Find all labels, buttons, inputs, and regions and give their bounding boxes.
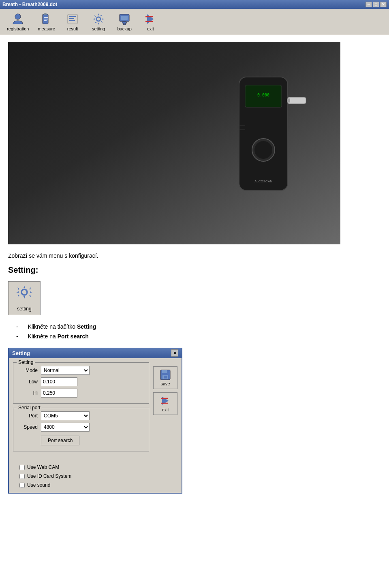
setting-icon-label: setting: [17, 306, 31, 312]
use-web-cam-row: Use Web CAM: [13, 463, 177, 472]
dialog-exit-label: exit: [162, 407, 169, 412]
svg-rect-22: [288, 97, 306, 104]
svg-text:0.000: 0.000: [257, 93, 269, 97]
title-bar: Breath - Breath2009.dot ─ □ ✕: [0, 0, 389, 9]
toolbar: registration measure result: [0, 9, 389, 35]
instruction-text-2: Klikněte na Port search: [28, 333, 89, 340]
registration-label: registration: [7, 26, 29, 31]
minimize-button[interactable]: ─: [365, 2, 372, 7]
device-illustration: 0.000 ALCOSCAN: [227, 65, 316, 220]
use-id-card-checkbox[interactable]: [19, 474, 25, 479]
port-label: Port: [17, 413, 38, 419]
main-content: 0.000 ALCOSCAN Zobrazí se vám menu s kon…: [0, 35, 389, 500]
setting-icon: [92, 13, 105, 26]
use-sound-checkbox[interactable]: [19, 483, 25, 488]
dialog-left-panel: Setting Mode Normal Advanced Low: [13, 362, 149, 455]
svg-point-26: [21, 289, 27, 295]
measure-label: measure: [38, 26, 55, 31]
svg-rect-12: [121, 16, 128, 20]
toolbar-backup-button[interactable]: backup: [112, 11, 137, 33]
dialog-exit-button[interactable]: exit: [153, 392, 177, 415]
exit-label: exit: [147, 26, 154, 31]
dialog-body: Setting Mode Normal Advanced Low: [9, 358, 182, 460]
exit-icon: [144, 13, 157, 26]
registration-icon: [11, 13, 24, 26]
low-row: Low: [17, 377, 145, 386]
result-icon: [66, 13, 79, 26]
mode-row: Mode Normal Advanced: [17, 366, 145, 375]
description-text: Zobrazí se vám menu s konfigurací.: [8, 252, 381, 259]
instruction-text-1: Klikněte na tlačítko Setting: [28, 323, 96, 330]
measure-icon: [40, 13, 53, 26]
toolbar-result-button[interactable]: result: [60, 11, 85, 33]
setting-group-label: Setting: [17, 359, 35, 365]
use-sound-label: Use sound: [27, 482, 50, 488]
toolbar-measure-button[interactable]: measure: [34, 11, 59, 33]
hi-row: Hi: [17, 389, 145, 398]
dialog-exit-icon: [160, 395, 171, 406]
save-button[interactable]: save: [153, 366, 177, 389]
svg-rect-30: [164, 376, 167, 378]
dialog-footer: Use Web CAM Use ID Card System Use sound: [9, 460, 182, 493]
serial-port-group-box: Serial port Port COM1 COM2 COM3 COM4 COM…: [13, 408, 149, 451]
setting-icon-button[interactable]: setting: [8, 281, 41, 315]
instruction-item-2: Klikněte na Port search: [8, 333, 381, 340]
speed-select[interactable]: 1200 2400 4800 9600 19200: [41, 423, 90, 432]
maximize-button[interactable]: □: [373, 2, 379, 7]
toolbar-exit-button[interactable]: exit: [138, 11, 162, 33]
dialog-title: Setting: [12, 350, 30, 356]
use-id-card-row: Use ID Card System: [13, 472, 177, 481]
port-row: Port COM1 COM2 COM3 COM4 COM5: [17, 411, 145, 420]
port-search-row: Port search: [17, 434, 145, 445]
hi-input[interactable]: [41, 389, 77, 398]
use-web-cam-checkbox[interactable]: [19, 465, 25, 470]
low-label: Low: [17, 379, 38, 385]
port-search-button[interactable]: Port search: [41, 436, 79, 445]
svg-point-0: [15, 14, 21, 19]
save-icon: [160, 369, 171, 381]
device-image: 0.000 ALCOSCAN: [8, 42, 340, 244]
save-label: save: [160, 381, 170, 386]
instructions-list: Klikněte na tlačítko Setting Klikněte na…: [8, 323, 381, 340]
speed-label: Speed: [17, 424, 38, 430]
speed-row: Speed 1200 2400 4800 9600 19200: [17, 423, 145, 432]
toolbar-registration-button[interactable]: registration: [3, 11, 32, 33]
setting-dialog: Setting ✕ Setting Mode Normal Advanced: [8, 348, 182, 494]
backup-icon: [118, 13, 131, 26]
port-select[interactable]: COM1 COM2 COM3 COM4 COM5: [41, 411, 90, 420]
svg-point-20: [254, 141, 272, 159]
svg-point-10: [96, 17, 100, 21]
svg-rect-23: [287, 98, 290, 103]
svg-rect-2: [44, 13, 47, 15]
use-id-card-label: Use ID Card System: [27, 473, 71, 479]
low-input[interactable]: [41, 377, 77, 386]
hi-label: Hi: [17, 390, 38, 396]
use-sound-row: Use sound: [13, 481, 177, 490]
svg-rect-13: [123, 23, 126, 25]
mode-label: Mode: [17, 368, 38, 373]
result-label: result: [67, 26, 78, 31]
toolbar-setting-button[interactable]: setting: [86, 11, 111, 33]
window-controls: ─ □ ✕: [365, 2, 387, 7]
setting-gear-icon: [15, 285, 34, 304]
dialog-close-button[interactable]: ✕: [171, 349, 178, 357]
svg-rect-28: [162, 370, 167, 373]
setting-group-box: Setting Mode Normal Advanced Low: [13, 362, 149, 404]
dialog-title-bar: Setting ✕: [9, 348, 182, 358]
window-title: Breath - Breath2009.dot: [2, 2, 57, 7]
dialog-right-panel: save exit: [153, 362, 177, 455]
setting-label: setting: [92, 26, 105, 31]
setting-heading: Setting:: [8, 265, 381, 275]
backup-label: backup: [117, 26, 131, 31]
use-web-cam-label: Use Web CAM: [27, 464, 59, 470]
instruction-item-1: Klikněte na tlačítko Setting: [8, 323, 381, 330]
mode-select[interactable]: Normal Advanced: [41, 366, 90, 375]
serial-port-label: Serial port: [17, 405, 42, 411]
close-button[interactable]: ✕: [380, 2, 387, 7]
svg-text:ALCOSCAN: ALCOSCAN: [254, 180, 272, 183]
